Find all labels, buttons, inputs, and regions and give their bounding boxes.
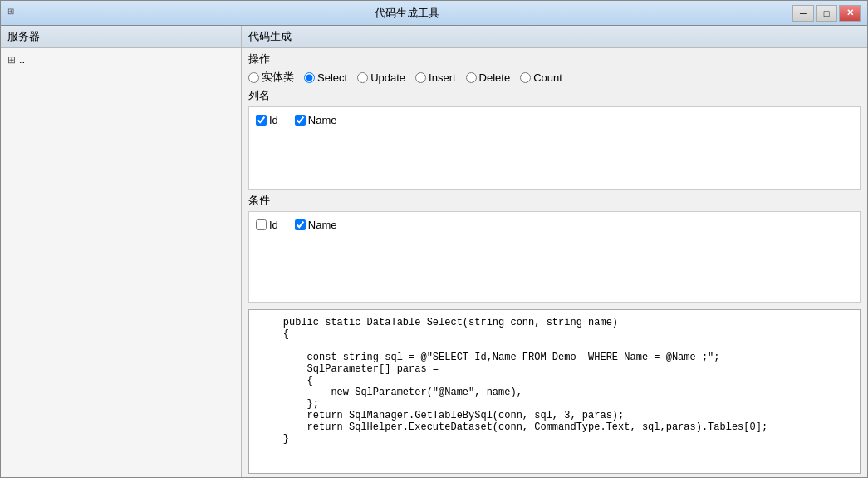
col-name-checkbox[interactable] — [295, 115, 306, 126]
radio-delete-input[interactable] — [466, 72, 477, 83]
columns-box: Id Name — [248, 106, 861, 190]
cond-id-item[interactable]: Id — [256, 219, 278, 231]
radio-entity-label: 实体类 — [262, 70, 294, 85]
radio-delete[interactable]: Delete — [466, 71, 511, 84]
main-layout: 操作 实体类 Select Update — [242, 48, 867, 477]
left-panel-content: ⊞ .. — [1, 48, 241, 477]
radio-update[interactable]: Update — [357, 71, 405, 84]
tree-item-label: .. — [19, 53, 25, 66]
radio-select[interactable]: Select — [304, 71, 347, 84]
radio-insert-label: Insert — [429, 71, 456, 84]
col-name-label: Name — [308, 114, 337, 126]
radio-insert-input[interactable] — [415, 72, 426, 83]
conditions-checkbox-group: Id Name — [256, 219, 853, 231]
tree-expand-icon: ⊞ — [7, 54, 16, 66]
left-panel: 服务器 ⊞ .. — [1, 26, 242, 477]
window-title: 代码生成工具 — [21, 6, 792, 21]
tree-item-root[interactable]: ⊞ .. — [4, 52, 238, 67]
main-window: ⊞ 代码生成工具 ─ □ ✕ 服务器 ⊞ .. 代码生成 操作 — [0, 0, 868, 478]
radio-update-label: Update — [370, 71, 405, 84]
window-icon: ⊞ — [7, 7, 21, 20]
cond-name-label: Name — [308, 219, 337, 231]
radio-insert[interactable]: Insert — [415, 71, 456, 84]
radio-entity-input[interactable] — [248, 72, 259, 83]
cond-id-checkbox[interactable] — [256, 219, 267, 230]
cond-id-label: Id — [269, 219, 278, 231]
code-textarea[interactable] — [249, 310, 860, 473]
radio-count[interactable]: Count — [520, 71, 562, 84]
radio-delete-label: Delete — [479, 71, 511, 84]
radio-count-input[interactable] — [520, 72, 531, 83]
right-panel: 代码生成 操作 实体类 Select — [242, 26, 867, 477]
maximize-button[interactable]: □ — [816, 5, 837, 22]
conditions-section: 条件 Id Name — [248, 193, 861, 303]
content-area: 服务器 ⊞ .. 代码生成 操作 实体类 — [1, 26, 867, 477]
radio-group: 实体类 Select Update Insert — [248, 70, 861, 85]
cond-name-item[interactable]: Name — [295, 219, 337, 231]
col-id-item[interactable]: Id — [256, 114, 278, 126]
col-id-checkbox[interactable] — [256, 115, 267, 126]
conditions-box: Id Name — [248, 211, 861, 303]
columns-checkbox-group: Id Name — [256, 114, 853, 126]
close-button[interactable]: ✕ — [839, 5, 861, 22]
title-bar-buttons: ─ □ ✕ — [792, 5, 861, 22]
cond-name-checkbox[interactable] — [295, 219, 306, 230]
columns-section: 列名 Id Name — [248, 88, 861, 190]
code-wrapper — [248, 309, 861, 474]
radio-update-input[interactable] — [357, 72, 368, 83]
radio-select-input[interactable] — [304, 72, 315, 83]
col-name-item[interactable]: Name — [295, 114, 337, 126]
operation-label: 操作 — [248, 52, 861, 67]
left-panel-header: 服务器 — [1, 26, 241, 48]
col-id-label: Id — [269, 114, 278, 126]
conditions-label: 条件 — [248, 193, 861, 208]
radio-select-label: Select — [317, 71, 347, 84]
radio-entity[interactable]: 实体类 — [248, 70, 294, 85]
columns-label: 列名 — [248, 88, 861, 103]
operation-section: 操作 实体类 Select Update — [248, 52, 861, 85]
title-bar: ⊞ 代码生成工具 ─ □ ✕ — [1, 1, 867, 26]
radio-count-label: Count — [533, 71, 562, 84]
minimize-button[interactable]: ─ — [792, 5, 814, 22]
right-panel-header: 代码生成 — [242, 26, 867, 48]
